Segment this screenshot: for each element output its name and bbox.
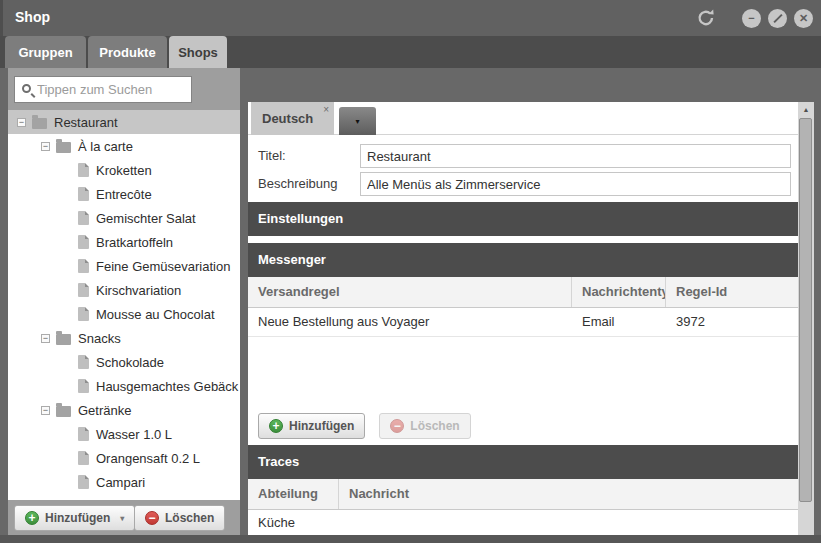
beschreibung-input[interactable]	[360, 172, 791, 196]
column-header-regel-id[interactable]: Regel-Id	[666, 277, 798, 307]
app-window: Shop − ✕ Gruppen Produkte Shops −	[0, 0, 821, 543]
tree-item-label: Snacks	[78, 331, 121, 346]
folder-icon	[56, 142, 71, 153]
product-tree: − Restaurant − À la carte Kroketten Entr…	[8, 110, 240, 500]
section-traces[interactable]: Traces	[248, 445, 798, 479]
scrollbar-thumb[interactable]	[799, 118, 812, 502]
section-title: Einstellungen	[258, 211, 343, 226]
delete-icon: −	[390, 419, 404, 433]
search-input[interactable]	[37, 82, 191, 97]
tree-item-label: Campari	[96, 475, 145, 490]
section-einstellungen[interactable]: Einstellungen	[248, 202, 798, 236]
beschreibung-label: Beschreibung	[258, 176, 338, 191]
window-title: Shop	[15, 9, 50, 25]
tree-item-bratkartoffeln[interactable]: Bratkartoffeln	[8, 230, 240, 254]
tree-item-wasser[interactable]: Wasser 1.0 L	[8, 422, 240, 446]
tree-item-entrecote[interactable]: Entrecôte	[8, 182, 240, 206]
tree-item-label: Getränke	[78, 403, 131, 418]
add-icon: +	[25, 511, 39, 525]
search-box	[14, 76, 192, 103]
file-icon	[78, 211, 89, 225]
detail-panel: Deutsch × ▾ Titel: Beschreibung Einstell…	[248, 102, 798, 543]
collapse-icon[interactable]: −	[41, 334, 50, 343]
block-button[interactable]	[768, 9, 787, 28]
tree-item-label: Wasser 1.0 L	[96, 427, 172, 442]
tree-item-restaurant[interactable]: − Restaurant	[8, 110, 240, 134]
refresh-icon[interactable]	[695, 8, 717, 28]
file-icon	[78, 187, 89, 201]
column-header-versandregel[interactable]: Versandregel	[248, 277, 572, 307]
titel-label: Titel:	[258, 148, 286, 163]
file-icon	[78, 475, 89, 489]
minimize-button[interactable]: −	[742, 9, 761, 28]
messenger-table-header: Versandregel Nachrichtentyp Regel-Id	[248, 277, 798, 308]
file-icon	[78, 307, 89, 321]
add-button-label: Hinzufügen	[45, 511, 110, 525]
add-button-label: Hinzufügen	[289, 419, 354, 433]
tree-item-label: Gemischter Salat	[96, 211, 196, 226]
section-title: Traces	[258, 454, 299, 469]
messenger-add-button[interactable]: + Hinzufügen	[258, 413, 365, 439]
tree-item-kroketten[interactable]: Kroketten	[8, 158, 240, 182]
sidebar-add-button[interactable]: + Hinzufügen ▾	[14, 505, 135, 531]
tab-close-icon[interactable]: ×	[323, 104, 329, 115]
messenger-delete-button[interactable]: − Löschen	[379, 413, 470, 439]
search-icon	[22, 84, 31, 93]
tree-item-hausgemachtes-gebaeck[interactable]: Hausgemachtes Gebäck	[8, 374, 240, 398]
tab-gruppen[interactable]: Gruppen	[5, 36, 86, 68]
file-icon	[78, 379, 89, 393]
tree-item-gemischter-salat[interactable]: Gemischter Salat	[8, 206, 240, 230]
tab-produkte[interactable]: Produkte	[88, 36, 167, 68]
tree-item-a-la-carte[interactable]: − À la carte	[8, 134, 240, 158]
tree-item-label: Bratkartoffeln	[96, 235, 173, 250]
tree-item-orangensaft[interactable]: Orangensaft 0.2 L	[8, 446, 240, 470]
add-language-dropdown[interactable]: ▾	[339, 107, 376, 135]
section-messenger[interactable]: Messenger	[248, 243, 798, 277]
tree-item-label: Schokolade	[96, 355, 164, 370]
tree-item-label: Entrecôte	[96, 187, 152, 202]
tree-item-label: Hausgemachtes Gebäck	[96, 379, 238, 394]
sidebar-delete-button[interactable]: − Löschen	[134, 505, 225, 531]
tree-item-label: Kroketten	[96, 163, 152, 178]
delete-button-label: Löschen	[165, 511, 214, 525]
column-header-nachrichtentyp[interactable]: Nachrichtentyp	[572, 277, 666, 307]
tree-item-campari[interactable]: Campari	[8, 470, 240, 494]
tree-item-mousse-au-chocolat[interactable]: Mousse au Chocolat	[8, 302, 240, 326]
tree-item-getraenke[interactable]: − Getränke	[8, 398, 240, 422]
tree-item-snacks[interactable]: − Snacks	[8, 326, 240, 350]
tree-item-kirschvariation[interactable]: Kirschvariation	[8, 278, 240, 302]
folder-icon	[56, 334, 71, 345]
column-header-abteilung[interactable]: Abteilung	[248, 479, 339, 509]
titel-input[interactable]	[360, 144, 791, 168]
file-icon	[78, 427, 89, 441]
add-icon: +	[269, 419, 283, 433]
sidebar-panel: − Restaurant − À la carte Kroketten Entr…	[8, 68, 240, 535]
collapse-icon[interactable]: −	[41, 142, 50, 151]
tab-shops[interactable]: Shops	[169, 36, 227, 68]
tree-item-schokolade[interactable]: Schokolade	[8, 350, 240, 374]
file-icon	[78, 235, 89, 249]
file-icon	[78, 283, 89, 297]
tree-item-label: Orangensaft 0.2 L	[96, 451, 200, 466]
cell-regel-id: 3972	[666, 308, 798, 336]
collapse-icon[interactable]: −	[17, 118, 26, 127]
window-frame-bottom	[0, 535, 821, 543]
scroll-up-icon[interactable]: ▲	[798, 102, 814, 117]
collapse-icon[interactable]: −	[41, 406, 50, 415]
messenger-buttons: + Hinzufügen − Löschen	[258, 413, 471, 439]
tree-item-label: À la carte	[78, 139, 133, 154]
chevron-down-icon: ▾	[120, 514, 124, 523]
tab-deutsch[interactable]: Deutsch ×	[251, 102, 334, 135]
close-button[interactable]: ✕	[794, 9, 813, 28]
tree-item-feine-gemuesevariation[interactable]: Feine Gemüsevariation	[8, 254, 240, 278]
vertical-scrollbar[interactable]: ▲ ▼	[798, 102, 814, 543]
titlebar-icons: − ✕	[695, 8, 813, 28]
main-tab-bar: Gruppen Produkte Shops	[0, 36, 821, 68]
file-icon	[78, 355, 89, 369]
messenger-table-row[interactable]: Neue Bestellung aus Voyager Email 3972	[248, 308, 798, 337]
column-header-nachricht[interactable]: Nachricht	[339, 479, 798, 509]
delete-button-label: Löschen	[410, 419, 459, 433]
traces-table-row[interactable]: Küche	[248, 509, 798, 538]
language-tab-label: Deutsch	[262, 111, 313, 126]
tree-item-label: Feine Gemüsevariation	[96, 259, 230, 274]
